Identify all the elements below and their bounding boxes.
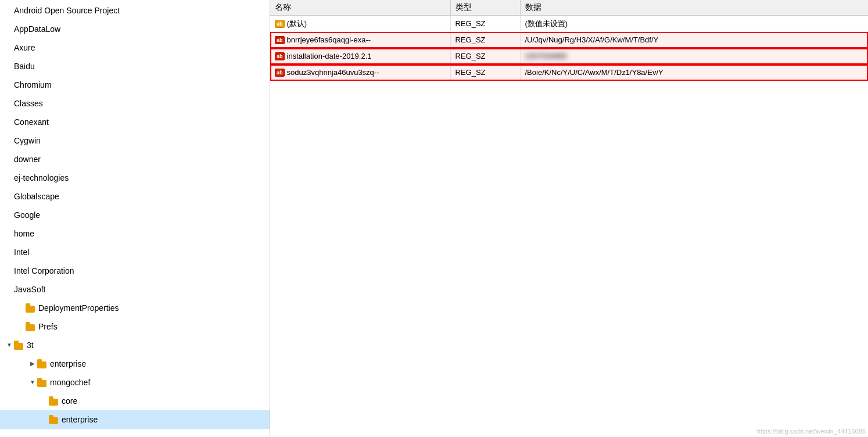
tree-item-core[interactable]: core — [0, 392, 270, 410]
tree-item-label: AppDataLow — [14, 21, 60, 37]
tree-item-label: Prefs — [38, 318, 58, 335]
folder-shape — [26, 306, 35, 313]
header-type: 类型 — [450, 0, 520, 16]
right-scroll[interactable]: 名称 类型 数据 ab(默认)REG_SZ(数值未设置)abbnrrjeye6f… — [270, 0, 868, 437]
tree-item-appdatalow[interactable]: AppDataLow — [0, 20, 270, 38]
tree-arrow[interactable]: ▼ — [28, 374, 37, 391]
table-row[interactable]: absoduz3vqhnnja46uvu3szq--REG_SZ/Boie/K/… — [270, 65, 868, 81]
ab-icon: ab — [275, 69, 285, 77]
tree-item-label: Globalscape — [14, 188, 59, 205]
tree-item-label: Conexant — [14, 114, 49, 130]
folder-shape — [14, 343, 23, 350]
cell-name: absoduz3vqhnnja46uvu3szq-- — [270, 65, 450, 81]
tree-item-globalscape[interactable]: Globalscape — [0, 187, 270, 206]
tree-item-axure[interactable]: Axure — [0, 38, 270, 57]
ab-icon: ab — [275, 52, 285, 61]
folder-icon — [37, 378, 48, 387]
tree-item-android-open-source[interactable]: Android Open Source Project — [0, 1, 270, 20]
folder-icon — [26, 322, 36, 331]
tree-item-label: core — [62, 393, 77, 409]
tree-item-label: mongochef — [50, 374, 90, 391]
tree-item-baidu[interactable]: Baidu — [0, 57, 270, 76]
header-data: 数据 — [520, 0, 868, 16]
table-row[interactable]: abbnrrjeye6fas6qaqgi-exa--REG_SZ/U/Jqv/N… — [270, 32, 868, 48]
tree-arrow[interactable]: ▶ — [28, 356, 37, 372]
cell-data: (数值未设置) — [520, 16, 868, 32]
left-panel: Android Open Source ProjectAppDataLowAxu… — [0, 0, 270, 437]
tree-item-label: home — [14, 225, 34, 242]
tree-container[interactable]: Android Open Source ProjectAppDataLowAxu… — [0, 0, 270, 437]
cell-data: 1557034960 — [520, 48, 868, 65]
registry-table: 名称 类型 数据 ab(默认)REG_SZ(数值未设置)abbnrrjeye6f… — [270, 0, 868, 81]
tree-item-label: Classes — [14, 95, 43, 112]
ab-icon: ab — [275, 36, 285, 45]
table-header-row: 名称 类型 数据 — [270, 0, 868, 16]
right-panel: 名称 类型 数据 ab(默认)REG_SZ(数值未设置)abbnrrjeye6f… — [270, 0, 868, 437]
tree-item-label: Baidu — [14, 58, 35, 74]
tree-item-label: Intel — [14, 244, 29, 260]
tree-item-prefs[interactable]: Prefs — [0, 317, 270, 336]
tree-item-chromium[interactable]: Chromium — [0, 76, 270, 94]
folder-icon — [49, 396, 59, 406]
tree-item-label: ej-technologies — [14, 170, 69, 186]
tree-arrow[interactable]: ▼ — [5, 337, 14, 353]
tree-item-label: Chromium — [14, 77, 52, 93]
cell-type: REG_SZ — [450, 32, 520, 48]
cell-name: ab(默认) — [270, 16, 450, 32]
tree-item-enterprise[interactable]: ▶enterprise — [0, 354, 270, 373]
tree-item-javasoft[interactable]: JavaSoft — [0, 280, 270, 299]
entry-name: (默认) — [287, 19, 307, 28]
tree-item-label: enterprise — [50, 356, 86, 372]
folder-shape — [49, 417, 58, 424]
cell-data: /Boie/K/Nc/Y/U/C/Awx/M/T/Dz1/Y8a/Ev/Y — [520, 65, 868, 81]
tree-item-deployment-properties[interactable]: DeploymentProperties — [0, 299, 270, 317]
tree-item-conexant[interactable]: Conexant — [0, 113, 270, 131]
blurred-value: 1557034960 — [525, 52, 567, 60]
folder-icon — [37, 359, 48, 368]
folder-shape — [26, 324, 35, 331]
tree-item-downer[interactable]: downer — [0, 150, 270, 169]
tree-item-label: JavaSoft — [14, 281, 45, 298]
table-row[interactable]: ab(默认)REG_SZ(数值未设置) — [270, 16, 868, 32]
folder-shape — [37, 380, 46, 387]
tree-item-ej-technologies[interactable]: ej-technologies — [0, 169, 270, 187]
tree-item-label: Google — [14, 207, 40, 223]
tree-item-intel[interactable]: Intel — [0, 243, 270, 262]
tree-item-label: Axure — [14, 40, 35, 56]
tree-item-3t[interactable]: ▼3t — [0, 336, 270, 354]
tree-item-label: Cygwin — [14, 132, 41, 149]
watermark: https://blog.csdn.net/weixin_44416086 — [757, 428, 866, 435]
cell-name: abbnrrjeye6fas6qaqgi-exa-- — [270, 32, 450, 48]
tree-item-enterprise2[interactable]: enterprise — [0, 410, 270, 429]
tree-item-label: Intel Corporation — [14, 263, 74, 279]
tree-item-label: downer — [14, 151, 41, 167]
header-name: 名称 — [270, 0, 450, 16]
ab-icon: ab — [275, 20, 285, 28]
folder-icon — [14, 341, 24, 350]
cell-data: /U/Jqv/Nug/Rg/H3/X/Af/G/Kw/M/T/Bdf/Y — [520, 32, 868, 48]
tree-item-home[interactable]: home — [0, 224, 270, 243]
folder-shape — [37, 361, 46, 368]
entry-name: installation-date-2019.2.1 — [287, 52, 372, 60]
tree-item-cygwin[interactable]: Cygwin — [0, 131, 270, 150]
tree-item-intel-corporation[interactable]: Intel Corporation — [0, 262, 270, 280]
tree-item-label: Android Open Source Project — [14, 2, 120, 19]
cell-type: REG_SZ — [450, 16, 520, 32]
folder-icon — [26, 303, 36, 313]
entry-name: soduz3vqhnnja46uvu3szq-- — [287, 68, 379, 77]
entry-name: bnrrjeye6fas6qaqgi-exa-- — [287, 35, 371, 44]
cell-type: REG_SZ — [450, 65, 520, 81]
cell-type: REG_SZ — [450, 48, 520, 65]
tree-item-label: enterprise — [62, 411, 98, 428]
cell-name: abinstallation-date-2019.2.1 — [270, 48, 450, 65]
tree-item-mongochef[interactable]: ▼mongochef — [0, 373, 270, 392]
tree-item-google[interactable]: Google — [0, 206, 270, 224]
tree-item-classes[interactable]: Classes — [0, 94, 270, 113]
folder-icon — [49, 415, 59, 424]
table-row[interactable]: abinstallation-date-2019.2.1REG_SZ155703… — [270, 48, 868, 65]
tree-item-label: 3t — [27, 337, 34, 353]
tree-item-label: DeploymentProperties — [38, 300, 119, 316]
folder-shape — [49, 399, 58, 406]
